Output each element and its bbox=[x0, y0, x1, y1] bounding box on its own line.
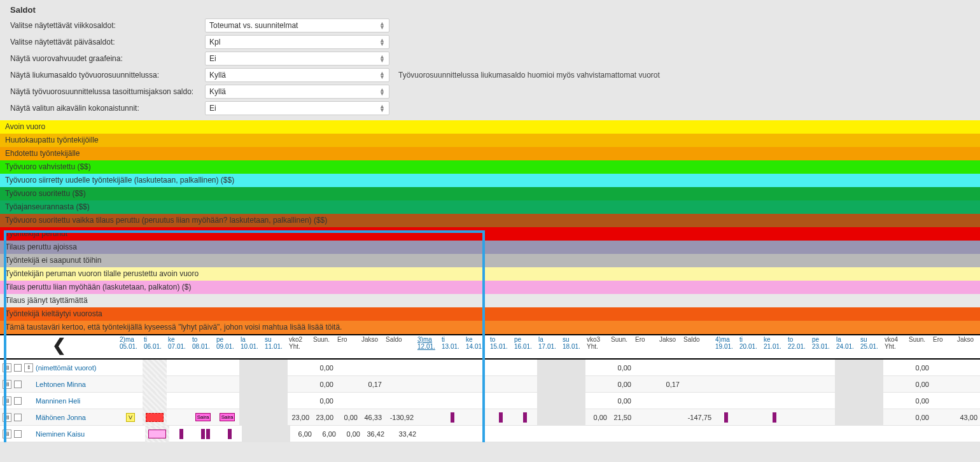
settings-label: Valitse näytettävät päiväsaldot: bbox=[8, 38, 205, 46]
header-day[interactable]: su18.01. bbox=[561, 335, 585, 351]
header-day[interactable]: la24.01. bbox=[835, 335, 859, 351]
row-checkbox[interactable] bbox=[14, 430, 22, 438]
legend-row: Avoin vuoro bbox=[0, 120, 980, 134]
header-day[interactable]: ti20.01. bbox=[738, 335, 762, 351]
schedule-grid: ❮ 2)ma05.01.ti06.01.ke07.01.to08.01.pe09… bbox=[0, 334, 980, 442]
settings-row: Näytä työvuorosuunnittelussa tasoittumis… bbox=[8, 83, 972, 100]
shift-saira[interactable]: Saira bbox=[195, 413, 211, 421]
header-day[interactable]: su11.01. bbox=[263, 335, 288, 351]
settings-row: Näytä valitun aikavälin kokonaistunnit:E… bbox=[8, 100, 972, 116]
header-sumcol: Ero bbox=[336, 335, 360, 351]
shift-badge-v[interactable]: V bbox=[126, 413, 135, 422]
settings-select[interactable]: Ei▲▼ bbox=[205, 101, 389, 115]
row-menu-icon[interactable]: ▤ bbox=[3, 380, 11, 389]
settings-row: Valitse näytettävät viikkosaldot:Toteuma… bbox=[8, 17, 972, 34]
legend-row: Työntekijän peruman vuoron tilalle perus… bbox=[0, 267, 980, 281]
header-day[interactable]: la10.01. bbox=[239, 335, 263, 351]
shift-marker[interactable] bbox=[206, 429, 210, 439]
legend-row: Työvuoro siirretty uudelle työntekijälle… bbox=[0, 174, 980, 187]
header-day[interactable]: to08.01. bbox=[191, 335, 215, 351]
legend-row: Tilaus peruttu liian myöhään (laskutetaa… bbox=[0, 281, 980, 294]
select-arrows-icon: ▲▼ bbox=[379, 55, 385, 62]
person-link[interactable]: Mähönen Jonna bbox=[36, 414, 86, 421]
settings-label: Näytä vuorovahvuudet graafeina: bbox=[8, 54, 205, 63]
shift-marker[interactable] bbox=[179, 429, 183, 439]
settings-select[interactable]: Kyllä▲▼ bbox=[205, 85, 389, 99]
row-checkbox[interactable] bbox=[14, 364, 22, 372]
legend-row: Tilaus jäänyt täyttämättä bbox=[0, 294, 980, 307]
header-day[interactable]: ke21.01. bbox=[762, 335, 787, 351]
legend-block: Avoin vuoroHuutokaupattu työntekijöilleE… bbox=[0, 120, 980, 334]
shift-marker[interactable] bbox=[228, 429, 232, 439]
row-label[interactable]: (nimettömät vuorot) bbox=[36, 364, 96, 372]
header-day[interactable]: pe09.01. bbox=[215, 335, 239, 351]
row-checkbox[interactable] bbox=[14, 397, 22, 405]
legend-row: Työvuoro suoritettu ($$) bbox=[0, 187, 980, 200]
legend-row: Työvuoro vahvistettu ($$) bbox=[0, 160, 980, 174]
header-day[interactable]: ke07.01. bbox=[167, 335, 191, 351]
header-sumcol: Jakso bbox=[360, 335, 384, 351]
header-sumcol: Ero bbox=[932, 335, 956, 351]
legend-row: Työntekijä ei saapunut töihin bbox=[0, 254, 980, 267]
header-day[interactable]: la17.01. bbox=[537, 335, 561, 351]
shift-saira[interactable]: Saira bbox=[220, 413, 235, 421]
header-day[interactable]: 2)ma05.01. bbox=[118, 335, 143, 351]
header-day[interactable]: to15.01. bbox=[489, 335, 513, 351]
shift-marker[interactable] bbox=[201, 429, 205, 439]
person-link[interactable]: Nieminen Kaisu bbox=[36, 430, 85, 438]
select-arrows-icon: ▲▼ bbox=[379, 22, 385, 29]
legend-row: Työntekijä perunut bbox=[0, 227, 980, 241]
row-nieminen: ▤ Nieminen Kaisu 6,00 6,00 0,00 36,42 33… bbox=[0, 426, 980, 442]
settings-label: Näytä valitun aikavälin kokonaistunnit: bbox=[8, 104, 205, 113]
header-day[interactable]: ke14.01. bbox=[465, 335, 489, 351]
legend-row: Huutokaupattu työntekijöille bbox=[0, 134, 980, 147]
settings-select[interactable]: Kpl▲▼ bbox=[205, 35, 389, 49]
settings-label: Näytä liukumasaldo työvuorosuunnitteluss… bbox=[8, 71, 205, 80]
header-sumcol: vko2Yht. bbox=[288, 335, 312, 351]
prev-week-button[interactable]: ❮ bbox=[52, 335, 66, 355]
shift-marker[interactable] bbox=[499, 412, 503, 423]
shift-marker[interactable] bbox=[451, 412, 454, 423]
row-lehtonen: ▤ Lehtonen Minna 0,000,17 0,000,17 0,00 bbox=[0, 376, 980, 393]
schedule-header: ❮ 2)ma05.01.ti06.01.ke07.01.to08.01.pe09… bbox=[0, 335, 980, 358]
header-day[interactable]: su25.01. bbox=[859, 335, 883, 351]
header-sumcol: Suun. bbox=[610, 335, 634, 351]
shift-cancelled-late[interactable] bbox=[148, 430, 166, 438]
select-arrows-icon: ▲▼ bbox=[379, 71, 385, 79]
header-day[interactable]: 3)ma12.01. bbox=[416, 335, 440, 351]
person-link[interactable]: Lehtonen Minna bbox=[36, 381, 86, 388]
settings-select[interactable]: Kyllä▲▼ bbox=[205, 68, 389, 82]
header-day[interactable]: ti06.01. bbox=[143, 335, 167, 351]
row-menu-icon[interactable]: ▤ bbox=[3, 396, 11, 405]
settings-select[interactable]: Toteumat vs. suunnitelmat▲▼ bbox=[205, 18, 389, 32]
row-menu-icon[interactable]: ▤ bbox=[3, 413, 11, 422]
row-checkbox[interactable] bbox=[14, 381, 22, 388]
header-day[interactable]: to22.01. bbox=[787, 335, 811, 351]
header-sumcol: Saldo bbox=[682, 335, 714, 351]
row-unnamed: ▤ ⇕ (nimettömät vuorot) 0,00 0,00 0,00 bbox=[0, 360, 980, 376]
legend-row: Työajanseurannasta ($$) bbox=[0, 200, 980, 214]
shift-cancelled[interactable] bbox=[146, 413, 164, 422]
settings-row: Näytä liukumasaldo työvuorosuunnitteluss… bbox=[8, 67, 972, 83]
settings-title: Saldot bbox=[10, 5, 972, 15]
expand-icon[interactable]: ⇕ bbox=[24, 363, 33, 372]
header-day[interactable]: pe23.01. bbox=[811, 335, 835, 351]
header-sumcol: Ero bbox=[634, 335, 658, 351]
settings-row: Valitse näytettävät päiväsaldot:Kpl▲▼ bbox=[8, 34, 972, 50]
row-manninen: ▤ Manninen Heli 0,00 0,00 0,00 bbox=[0, 393, 980, 409]
shift-marker[interactable] bbox=[523, 412, 527, 423]
header-day[interactable]: ti13.01. bbox=[440, 335, 465, 351]
legend-row: Työntekijä kieltäytyi vuorosta bbox=[0, 307, 980, 321]
header-day[interactable]: pe16.01. bbox=[513, 335, 537, 351]
legend-row: Tilaus peruttu ajoissa bbox=[0, 241, 980, 254]
header-day[interactable]: 4)ma19.01. bbox=[714, 335, 738, 351]
person-link[interactable]: Manninen Heli bbox=[36, 397, 80, 405]
row-menu-icon[interactable]: ▤ bbox=[3, 430, 11, 438]
shift-marker[interactable] bbox=[773, 412, 776, 423]
shift-marker[interactable] bbox=[724, 412, 728, 423]
select-arrows-icon: ▲▼ bbox=[379, 104, 385, 112]
settings-select[interactable]: Ei▲▼ bbox=[205, 52, 389, 66]
row-checkbox[interactable] bbox=[14, 414, 22, 421]
row-menu-icon[interactable]: ▤ bbox=[3, 363, 11, 372]
header-sumcol: Suun. bbox=[907, 335, 932, 351]
